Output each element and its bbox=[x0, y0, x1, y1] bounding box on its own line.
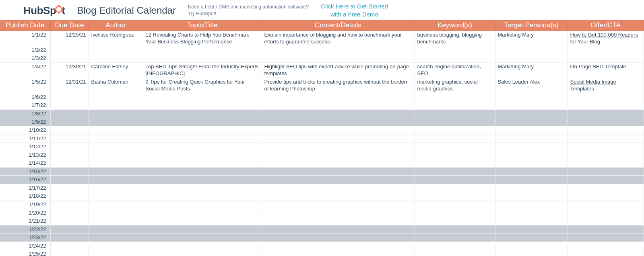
cell-publish-date[interactable]: 1/9/22 bbox=[0, 118, 50, 126]
cell-persona[interactable]: Sales Leader Alex bbox=[495, 78, 568, 93]
cell-publish-date[interactable]: 1/21/22 bbox=[0, 217, 50, 225]
cell-publish-date[interactable]: 1/22/22 bbox=[0, 225, 50, 233]
cell-topic[interactable] bbox=[143, 217, 262, 225]
cell-due-date[interactable] bbox=[50, 109, 89, 118]
cell-persona[interactable] bbox=[495, 118, 568, 126]
cell-author[interactable] bbox=[89, 242, 143, 250]
cell-topic[interactable] bbox=[143, 250, 262, 256]
cell-due-date[interactable] bbox=[50, 118, 89, 126]
cell-author[interactable] bbox=[89, 126, 143, 135]
cell-due-date[interactable] bbox=[50, 151, 89, 159]
cell-publish-date[interactable]: 1/1/22 bbox=[0, 31, 50, 46]
col-topic[interactable]: Topic/Title bbox=[143, 20, 262, 31]
cell-offer[interactable] bbox=[568, 167, 644, 176]
cell-content[interactable] bbox=[262, 126, 415, 135]
cell-author[interactable] bbox=[89, 54, 143, 63]
cell-persona[interactable] bbox=[495, 225, 568, 233]
cell-author[interactable] bbox=[89, 101, 143, 110]
cell-content[interactable] bbox=[262, 46, 415, 54]
cell-author[interactable] bbox=[89, 134, 143, 143]
cell-publish-date[interactable]: 1/6/22 bbox=[0, 93, 50, 101]
cell-offer[interactable] bbox=[568, 217, 644, 225]
cell-author[interactable] bbox=[89, 192, 143, 201]
cell-keywords[interactable] bbox=[415, 225, 495, 233]
cell-topic[interactable] bbox=[143, 126, 262, 135]
cell-content[interactable] bbox=[262, 250, 415, 256]
cell-publish-date[interactable]: 1/14/22 bbox=[0, 159, 50, 168]
cell-topic[interactable] bbox=[143, 134, 262, 143]
cell-persona[interactable] bbox=[495, 233, 568, 242]
cell-keywords[interactable] bbox=[415, 200, 495, 209]
cell-offer[interactable] bbox=[568, 192, 644, 201]
cell-publish-date[interactable]: 1/19/22 bbox=[0, 200, 50, 209]
col-publish-date[interactable]: Publish Date bbox=[0, 20, 50, 31]
cell-persona[interactable] bbox=[495, 217, 568, 225]
cell-publish-date[interactable]: 1/12/22 bbox=[0, 143, 50, 151]
cell-keywords[interactable] bbox=[415, 233, 495, 242]
cell-persona[interactable] bbox=[495, 109, 568, 118]
cell-keywords[interactable]: marketing graphics, social media graphic… bbox=[415, 78, 495, 93]
cell-offer[interactable] bbox=[568, 151, 644, 159]
cell-content[interactable] bbox=[262, 225, 415, 233]
cell-offer[interactable] bbox=[568, 109, 644, 118]
col-offer[interactable]: Offer/CTA bbox=[568, 20, 644, 31]
cell-publish-date[interactable]: 1/11/22 bbox=[0, 134, 50, 143]
cell-due-date[interactable] bbox=[50, 250, 89, 256]
cell-topic[interactable] bbox=[143, 151, 262, 159]
cell-due-date[interactable] bbox=[50, 167, 89, 176]
cell-content[interactable]: Provide tips and tricks to creating grap… bbox=[262, 78, 415, 93]
cell-persona[interactable] bbox=[495, 242, 568, 250]
cell-content[interactable] bbox=[262, 233, 415, 242]
cell-content[interactable] bbox=[262, 134, 415, 143]
cell-due-date[interactable] bbox=[50, 217, 89, 225]
cell-topic[interactable] bbox=[143, 242, 262, 250]
cell-topic[interactable] bbox=[143, 176, 262, 184]
cta-link[interactable]: Click Here to Get Started with a Free De… bbox=[321, 3, 388, 18]
cell-author[interactable] bbox=[89, 151, 143, 159]
cell-persona[interactable] bbox=[495, 101, 568, 110]
cell-persona[interactable] bbox=[495, 209, 568, 217]
cell-keywords[interactable] bbox=[415, 159, 495, 168]
cell-due-date[interactable] bbox=[50, 101, 89, 110]
cell-keywords[interactable] bbox=[415, 101, 495, 110]
cell-keywords[interactable] bbox=[415, 118, 495, 126]
cell-content[interactable] bbox=[262, 176, 415, 184]
cell-content[interactable] bbox=[262, 192, 415, 201]
cell-persona[interactable] bbox=[495, 126, 568, 135]
cell-author[interactable] bbox=[89, 233, 143, 242]
cell-topic[interactable] bbox=[143, 192, 262, 201]
cell-topic[interactable]: 9 Tips for Creating Quick Graphics for Y… bbox=[143, 78, 262, 93]
cell-content[interactable] bbox=[262, 93, 415, 101]
cell-content[interactable]: Explain importance of blogging and how t… bbox=[262, 31, 415, 46]
cell-due-date[interactable]: 12/31/21 bbox=[50, 78, 89, 93]
cell-offer[interactable] bbox=[568, 209, 644, 217]
cell-due-date[interactable] bbox=[50, 184, 89, 192]
cell-due-date[interactable]: 12/29/21 bbox=[50, 31, 89, 46]
cell-topic[interactable] bbox=[143, 93, 262, 101]
cell-offer[interactable]: How to Get 100,000 Readers for Your Blog bbox=[568, 31, 644, 46]
cell-offer[interactable] bbox=[568, 46, 644, 54]
offer-link[interactable]: On-Page SEO Template bbox=[570, 63, 626, 70]
cell-offer[interactable] bbox=[568, 118, 644, 126]
cell-persona[interactable] bbox=[495, 176, 568, 184]
cell-publish-date[interactable]: 1/18/22 bbox=[0, 192, 50, 201]
cell-keywords[interactable] bbox=[415, 192, 495, 201]
cell-keywords[interactable] bbox=[415, 184, 495, 192]
cell-content[interactable] bbox=[262, 109, 415, 118]
cell-persona[interactable] bbox=[495, 167, 568, 176]
cell-keywords[interactable] bbox=[415, 126, 495, 135]
cell-persona[interactable] bbox=[495, 184, 568, 192]
cell-content[interactable] bbox=[262, 143, 415, 151]
cell-persona[interactable] bbox=[495, 93, 568, 101]
cell-offer[interactable] bbox=[568, 134, 644, 143]
cell-topic[interactable] bbox=[143, 109, 262, 118]
cell-content[interactable] bbox=[262, 151, 415, 159]
cell-keywords[interactable] bbox=[415, 143, 495, 151]
cell-persona[interactable] bbox=[495, 143, 568, 151]
cell-offer[interactable] bbox=[568, 233, 644, 242]
cell-persona[interactable]: Marketing Mary bbox=[495, 31, 568, 46]
offer-link[interactable]: How to Get 100,000 Readers for Your Blog bbox=[570, 32, 638, 45]
cell-due-date[interactable] bbox=[50, 143, 89, 151]
cell-topic[interactable] bbox=[143, 167, 262, 176]
cell-author[interactable] bbox=[89, 176, 143, 184]
